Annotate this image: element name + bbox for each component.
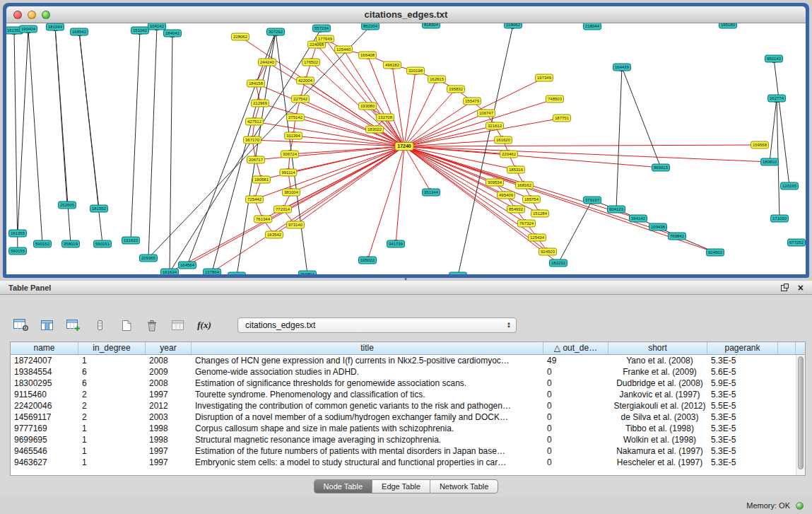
cell-year[interactable]: 2008 [146, 355, 192, 366]
cell-short[interactable]: Tibbo et al. (1998) [608, 423, 707, 434]
graph-node[interactable]: 161620 [494, 136, 512, 144]
graph-node[interactable]: 195022 [358, 257, 377, 264]
graph-node[interactable]: 394142 [629, 215, 647, 223]
graph-node[interactable]: 190581 [252, 176, 271, 184]
graph-node[interactable]: 590151 [93, 240, 112, 248]
show-columns-button[interactable] [39, 317, 56, 333]
graph-node[interactable]: 187751 [553, 115, 571, 122]
graph-node[interactable]: 818304 [422, 23, 440, 29]
table-row[interactable]: 977716911998Corpus callosum shape and si… [11, 423, 796, 434]
graph-node[interactable]: 991114 [279, 169, 297, 177]
cell-pagerank[interactable]: 5.3E-5 [707, 389, 778, 400]
cell-year[interactable]: 1998 [146, 423, 192, 434]
cell-name[interactable]: 18724007 [11, 355, 78, 366]
graph-node[interactable]: 104142 [148, 23, 166, 30]
table-row[interactable]: 1830029562008Estimation of significance … [11, 378, 796, 389]
column-header-year[interactable]: year [146, 342, 192, 354]
cell-in_degree[interactable]: 1 [78, 423, 146, 434]
graph-node[interactable]: 162774 [767, 95, 786, 103]
graph-node[interactable]: 106747 [477, 110, 495, 117]
cell-title[interactable]: Corpus callosum shape and size in male p… [192, 423, 543, 434]
cell-title[interactable]: Estimation of the future numbers of pati… [192, 445, 543, 457]
cell-pagerank[interactable]: 5.3E-5 [707, 355, 778, 366]
network-canvas[interactable]: 1724022806224424018415821296942751236717… [6, 23, 806, 274]
cell-in_degree[interactable]: 1 [78, 355, 146, 366]
graph-node[interactable]: 181044 [46, 23, 64, 31]
graph-node[interactable]: 358019 [61, 240, 80, 248]
cell-year[interactable]: 2009 [146, 366, 192, 378]
cell-name[interactable]: 19384554 [11, 366, 78, 378]
cell-out_degree[interactable]: 0 [543, 434, 608, 445]
graph-node[interactable]: 166408 [358, 52, 377, 59]
cell-in_degree[interactable]: 6 [78, 378, 146, 389]
cell-year[interactable]: 2008 [146, 378, 192, 389]
cell-out_degree[interactable]: 0 [543, 389, 608, 400]
close-window-button[interactable] [13, 11, 22, 19]
float-panel-icon[interactable] [781, 285, 787, 291]
graph-node[interactable]: 557234 [312, 25, 331, 33]
create-column-button[interactable] [65, 317, 82, 333]
cell-name[interactable]: 14569117 [11, 411, 78, 423]
vertical-scrollbar[interactable] [796, 355, 805, 475]
table-select-dropdown[interactable]: citations_edges.txt ▲▼ [237, 317, 517, 333]
cell-year[interactable]: 1997 [146, 389, 192, 400]
graph-node[interactable]: 180810 [760, 158, 779, 166]
graph-node[interactable]: 137864 [203, 269, 221, 275]
graph-hub-node[interactable]: 17240 [395, 142, 414, 151]
tab-edge-table[interactable]: Edge Table [372, 480, 430, 493]
graph-node[interactable]: 748503 [546, 95, 564, 103]
graph-node[interactable]: 183022 [365, 126, 384, 134]
table-mode-button[interactable] [13, 317, 30, 333]
column-header-name[interactable]: name [11, 342, 78, 354]
panel-split-handle[interactable]: ▾ [400, 276, 411, 281]
scrollbar-thumb[interactable] [798, 356, 804, 469]
graph-node[interactable]: 182232 [549, 259, 567, 267]
tab-node-table[interactable]: Node Table [314, 480, 372, 493]
table-row[interactable]: 946362711997Embryonic stem cells: a mode… [11, 457, 796, 468]
cell-in_degree[interactable]: 6 [78, 366, 146, 378]
graph-node[interactable]: 171030 [770, 215, 789, 223]
graph-node[interactable]: 950143 [765, 55, 783, 63]
cell-out_degree[interactable]: 0 [543, 400, 608, 411]
graph-node[interactable]: 320198 [406, 67, 425, 75]
graph-node[interactable]: 275142 [286, 114, 305, 122]
column-header-in_degree[interactable]: in_degree [78, 342, 146, 354]
graph-node[interactable]: 427512 [245, 118, 264, 126]
graph-node[interactable]: 125434 [528, 234, 546, 242]
graph-node[interactable]: 168542 [70, 28, 88, 36]
cell-pagerank[interactable]: 5.9E-5 [707, 378, 778, 389]
graph-node[interactable]: 195832 [447, 86, 465, 93]
graph-node[interactable]: 590152 [33, 240, 52, 248]
minimize-window-button[interactable] [28, 11, 36, 19]
graph-node[interactable]: 973140 [286, 221, 305, 229]
cell-out_degree[interactable]: 0 [543, 378, 608, 389]
graph-node[interactable]: 109438 [649, 223, 667, 231]
delete-table-button[interactable] [143, 317, 160, 333]
graph-node[interactable]: 367170 [243, 136, 261, 144]
graph-node[interactable]: 227542 [291, 95, 310, 103]
cell-short[interactable]: Yano et al. (2008) [608, 355, 707, 366]
cell-in_degree[interactable]: 1 [78, 457, 146, 468]
cell-short[interactable]: Franke et al. (2009) [608, 366, 707, 378]
cell-out_degree[interactable]: 49 [543, 355, 608, 366]
graph-node[interactable]: 132708 [376, 114, 394, 122]
graph-node[interactable]: 212969 [251, 100, 269, 107]
graph-node[interactable]: 379197 [583, 197, 601, 204]
graph-node[interactable]: 422004 [296, 77, 314, 85]
graph-node[interactable]: 164564 [178, 262, 196, 269]
graph-node[interactable]: 218044 [583, 23, 601, 30]
graph-node[interactable]: 206717 [247, 156, 265, 164]
graph-node[interactable]: 161634 [160, 269, 179, 275]
graph-node[interactable]: 311394 [284, 132, 302, 140]
graph-node[interactable]: 924502 [706, 249, 724, 257]
function-builder-button[interactable]: f(x) [196, 317, 213, 333]
graph-node[interactable]: 164439 [613, 64, 631, 71]
cell-short[interactable]: Nakamura et al. (1997) [608, 445, 707, 457]
graph-node[interactable]: 496182 [383, 62, 401, 69]
new-table-button[interactable] [117, 317, 134, 333]
graph-node[interactable]: 244240 [258, 59, 276, 66]
cell-out_degree[interactable]: 0 [543, 366, 608, 378]
cell-name[interactable]: 18300295 [11, 378, 78, 389]
graph-node[interactable]: 151284 [531, 210, 549, 218]
cell-in_degree[interactable]: 1 [78, 434, 146, 445]
